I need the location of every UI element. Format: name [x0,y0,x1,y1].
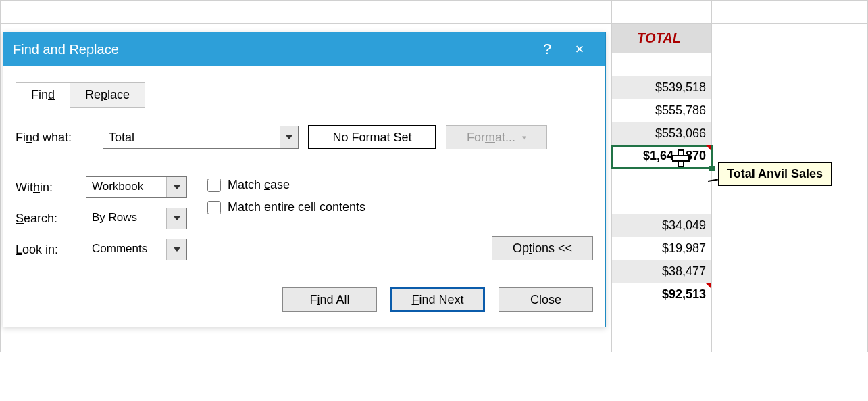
active-cell[interactable]: $1,64870 [612,145,712,168]
within-label: Within: [16,181,76,195]
match-entire-input[interactable] [207,201,221,214]
tab-find[interactable]: Find [16,82,70,108]
find-next-button[interactable]: Find Next [390,287,485,312]
match-entire-checkbox[interactable]: Match entire cell contents [207,200,365,214]
find-all-button[interactable]: Find All [282,287,377,312]
format-button[interactable]: Format... ▾ [446,125,547,149]
close-button[interactable]: Close [499,287,593,312]
cell-value[interactable]: $34,049 [612,214,712,237]
find-replace-dialog: Find and Replace ? × Find Replace Find w… [3,32,606,327]
match-case-label: Match case [228,178,290,192]
comment-tooltip: Total Anvil Sales [718,162,832,186]
chevron-down-icon[interactable] [166,208,186,229]
chevron-down-icon[interactable] [166,177,186,197]
options-toggle-button[interactable]: Options << [492,236,593,260]
cell-value[interactable]: $38,477 [612,260,712,283]
dialog-titlebar[interactable]: Find and Replace ? × [3,32,605,66]
cell-value[interactable]: $553,066 [612,122,712,145]
help-button[interactable]: ? [531,32,563,66]
find-what-combo[interactable] [103,126,299,149]
dialog-title: Find and Replace [13,42,119,57]
cell-value[interactable]: $539,518 [612,76,712,99]
column-header-total[interactable]: TOTAL [612,24,712,53]
cell-value[interactable]: $92,513 [612,283,712,306]
find-what-input[interactable] [103,126,280,148]
match-case-input[interactable] [207,179,221,192]
cell-cursor-icon [672,149,687,164]
lookin-label: Look in: [16,243,76,257]
tab-replace[interactable]: Replace [70,82,145,108]
lookin-select[interactable]: Comments [86,239,187,260]
search-select[interactable]: By Rows [86,208,187,229]
match-case-checkbox[interactable]: Match case [207,178,365,192]
chevron-down-icon[interactable] [280,126,298,148]
close-window-button[interactable]: × [563,32,596,66]
search-label: Search: [16,212,76,226]
chevron-down-icon[interactable] [166,239,186,260]
find-what-label: Find what: [16,131,93,145]
cell-value[interactable]: $19,987 [612,237,712,260]
cell-value[interactable]: $555,786 [612,99,712,122]
within-select[interactable]: Workbook [86,176,187,198]
format-preview-box: No Format Set [308,125,436,149]
match-entire-label: Match entire cell contents [228,200,365,214]
dialog-tabs: Find Replace [16,82,593,108]
